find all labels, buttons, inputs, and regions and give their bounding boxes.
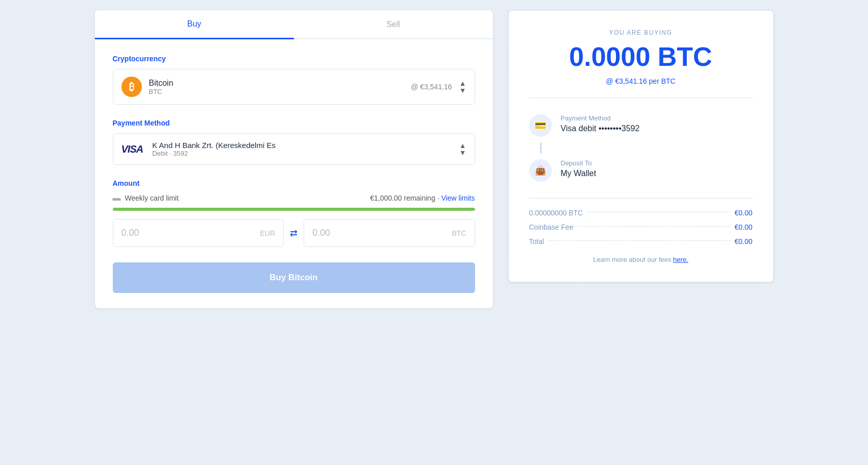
limit-right: €1,000.00 remaining · View limits	[370, 194, 475, 202]
weekly-card-limit-label: Weekly card limit	[125, 194, 179, 202]
you-are-buying-label: YOU ARE BUYING	[529, 29, 753, 36]
btc-value: 0.00	[312, 228, 330, 238]
per-btc-price: @ €3,541.16 per BTC	[529, 77, 753, 85]
deposit-to-label: Deposit To	[561, 159, 597, 167]
tab-buy[interactable]: Buy	[95, 10, 294, 39]
eur-currency: EUR	[260, 229, 275, 237]
btc-fee-value: €0.00	[734, 209, 752, 217]
divider-1	[529, 97, 753, 98]
limit-left: ▬ Weekly card limit	[113, 193, 179, 203]
payment-method-icon-wrap: 💳	[529, 114, 552, 137]
divider-2	[529, 198, 753, 199]
total-value: €0.00	[734, 237, 752, 246]
progress-fill	[113, 208, 475, 211]
bank-sub: Debit · 3592	[152, 150, 276, 157]
coinbase-fee-row: Coinbase Fee €0.00	[529, 223, 753, 231]
eur-value: 0.00	[121, 228, 139, 238]
crypto-name: Bitcoin	[149, 79, 173, 88]
fee-dots-1	[587, 212, 730, 212]
credit-card-icon: 💳	[535, 120, 546, 131]
crypto-details: Bitcoin BTC	[149, 79, 173, 95]
crypto-price: @ €3,541.16	[411, 83, 452, 91]
dotted-connector	[540, 143, 753, 153]
buying-amount: 0.0000 BTC	[529, 41, 753, 72]
bitcoin-icon: ₿	[121, 77, 142, 97]
btc-currency: BTC	[452, 229, 466, 237]
amount-section-label: Amount	[113, 179, 475, 187]
coinbase-fee-value: €0.00	[734, 223, 752, 231]
learn-more: Learn more about our fees here.	[529, 256, 753, 263]
buy-bitcoin-button[interactable]: Buy Bitcoin	[113, 262, 475, 293]
bank-details: K And H Bank Zrt. (Kereskedelmi Es Debit…	[152, 141, 276, 157]
swap-icon[interactable]: ⇄	[290, 228, 297, 239]
deposit-icon-wrap: 👜	[529, 159, 552, 182]
wallet-icon: 👜	[535, 165, 546, 176]
fee-rows: 0.00000000 BTC €0.00 Coinbase Fee €0.00 …	[529, 209, 753, 246]
fee-dots-3	[548, 240, 730, 241]
tab-bar: Buy Sell	[95, 10, 493, 39]
crypto-symbol: BTC	[149, 88, 173, 95]
btc-fee-label: 0.00000000 BTC	[529, 209, 583, 217]
coinbase-fee-label: Coinbase Fee	[529, 223, 574, 231]
payment-section-label: Payment Method	[113, 119, 475, 127]
payment-method-info: Payment Method Visa debit ••••••••3592	[561, 114, 640, 133]
payment-info: VISA K And H Bank Zrt. (Kereskedelmi Es …	[121, 141, 276, 157]
payment-method-row: 💳 Payment Method Visa debit ••••••••3592	[529, 108, 753, 143]
fees-link[interactable]: here.	[673, 256, 688, 263]
form-body: Cryptocurrency ₿ Bitcoin BTC @ €3,541.16…	[95, 39, 493, 308]
payment-selector[interactable]: VISA K And H Bank Zrt. (Kereskedelmi Es …	[113, 133, 475, 165]
chevron-updown-icon: ▲▼	[459, 80, 466, 94]
limit-row: ▬ Weekly card limit €1,000.00 remaining …	[113, 193, 475, 203]
remaining-amount: €1,000.00 remaining	[370, 194, 435, 202]
order-summary-panel: YOU ARE BUYING 0.0000 BTC @ €3,541.16 pe…	[508, 10, 774, 282]
btc-field[interactable]: 0.00 BTC	[304, 219, 475, 247]
buy-sell-panel: Buy Sell Cryptocurrency ₿ Bitcoin BTC @ …	[95, 10, 493, 308]
crypto-selector[interactable]: ₿ Bitcoin BTC @ €3,541.16 ▲▼	[113, 69, 475, 105]
view-limits-link[interactable]: View limits	[441, 194, 475, 202]
eur-field[interactable]: 0.00 EUR	[113, 219, 284, 247]
payment-method-label: Payment Method	[561, 114, 640, 122]
chevron-updown-icon-2: ▲▼	[459, 142, 466, 156]
card-icon: ▬	[113, 193, 121, 203]
payment-method-value: Visa debit ••••••••3592	[561, 124, 640, 133]
visa-logo: VISA	[121, 143, 143, 155]
amount-section: Amount ▬ Weekly card limit €1,000.00 rem…	[113, 179, 475, 293]
crypto-info: ₿ Bitcoin BTC	[121, 77, 173, 97]
bank-name: K And H Bank Zrt. (Kereskedelmi Es	[152, 141, 276, 150]
separator: ·	[437, 194, 441, 202]
deposit-to-info: Deposit To My Wallet	[561, 159, 597, 178]
fee-dots-2	[578, 226, 731, 227]
deposit-to-value: My Wallet	[561, 169, 597, 178]
total-fee-row: Total €0.00	[529, 237, 753, 246]
total-label: Total	[529, 237, 544, 246]
amount-inputs: 0.00 EUR ⇄ 0.00 BTC	[113, 219, 475, 247]
deposit-to-row: 👜 Deposit To My Wallet	[529, 153, 753, 188]
crypto-section-label: Cryptocurrency	[113, 55, 475, 63]
tab-sell[interactable]: Sell	[294, 10, 493, 38]
progress-bar	[113, 208, 475, 211]
btc-fee-row: 0.00000000 BTC €0.00	[529, 209, 753, 217]
